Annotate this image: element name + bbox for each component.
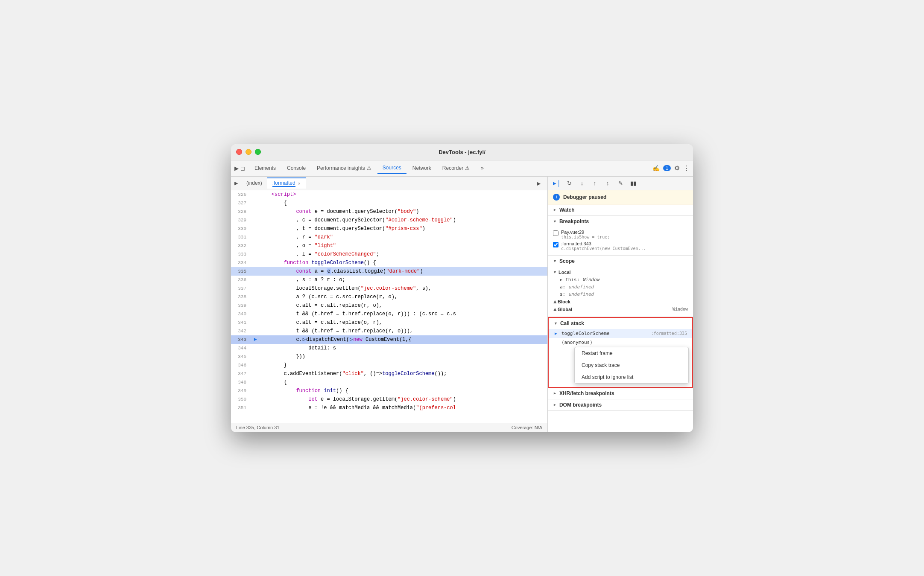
tab-performance-insights[interactable]: Performance insights ⚠: [312, 163, 377, 174]
tab-sources[interactable]: Sources: [377, 162, 406, 174]
code-editor[interactable]: 326 <script> 327 { 328 const e = docume: [231, 190, 547, 423]
close-button[interactable]: [236, 149, 242, 155]
right-panel: ►│ ↻ ↓ ↑ ↕ ✎ ▮▮ i Debugger paused ▼ Watc…: [548, 177, 693, 432]
deactivate-breakpoints-button[interactable]: ✎: [615, 178, 626, 188]
context-menu-restart-frame[interactable]: Restart frame: [575, 347, 688, 359]
breakpoints-section: ▼ Breakpoints Pay.vue:29 this.isShow = t…: [548, 216, 693, 256]
tab-elements[interactable]: Elements: [249, 163, 281, 174]
call-stack-item-2[interactable]: ► (anonymous): [549, 338, 692, 347]
file-tab-index[interactable]: (index): [241, 178, 267, 188]
scope-section: ▼ Scope ▼ Local ► this: Window a: undefi…: [548, 256, 693, 317]
call-stack-section: ▼ Call stack ► toggleColorScheme :format…: [548, 317, 693, 388]
call-stack-arrow-icon: ►: [554, 331, 558, 336]
breakpoint-item-2: :formatted:343 c.dispatchEvent(new Custo…: [553, 240, 688, 252]
dom-breakpoints-header[interactable]: ▼ DOM breakpoints: [548, 399, 693, 410]
code-line-351: 351 e = !e && matchMedia && matchMedia("…: [231, 404, 547, 412]
settings-icon[interactable]: ⚙: [674, 164, 680, 172]
more-menu-icon[interactable]: ⋮: [683, 164, 690, 172]
step-into-button[interactable]: ↓: [577, 178, 587, 188]
code-line-333: 333 , l = "colorSchemeChanged";: [231, 250, 547, 259]
code-line-348: 348 {: [231, 378, 547, 387]
title-bar: DevTools - jec.fyi/: [231, 144, 693, 160]
scope-header[interactable]: ▼ Scope: [548, 256, 693, 267]
tab-console[interactable]: Console: [282, 163, 311, 174]
code-line-335: 335 const a = e.classList.toggle("dark-m…: [231, 267, 547, 276]
jump-to-file-icon[interactable]: ▶: [533, 180, 544, 186]
dom-triangle-icon: ▼: [553, 403, 557, 407]
code-line-332: 332 , o = "light": [231, 241, 547, 250]
breakpoints-header[interactable]: ▼ Breakpoints: [548, 216, 693, 227]
scope-item-s: s: undefined: [560, 291, 688, 298]
local-triangle-icon: ▼: [553, 270, 557, 274]
main-area: ▶ (index) :formatted × ▶ 326 <s: [231, 177, 693, 432]
step-over-button[interactable]: ↻: [564, 178, 574, 188]
breakpoint-item-1: Pay.vue:29 this.isShow = true;: [553, 229, 688, 240]
sidebar-toggle-icon[interactable]: ▶: [234, 180, 238, 186]
context-menu-add-script-ignore[interactable]: Add script to ignore list: [575, 371, 688, 383]
file-tabs: ▶ (index) :formatted × ▶: [231, 177, 547, 190]
resume-button[interactable]: ►│: [551, 178, 561, 188]
tab-more[interactable]: »: [476, 163, 489, 174]
local-scope-header[interactable]: ▼ Local: [553, 268, 688, 276]
breakpoint-checkbox-1[interactable]: [553, 230, 558, 236]
tab-network[interactable]: Network: [407, 163, 436, 174]
watch-header[interactable]: ▼ Watch: [548, 204, 693, 215]
scope-item-this: ► this: Window: [560, 276, 688, 283]
watch-triangle-icon: ▼: [553, 208, 557, 212]
cursor-icon[interactable]: ▶: [234, 165, 239, 172]
step-out-button[interactable]: ↑: [590, 178, 600, 188]
close-tab-icon[interactable]: ×: [298, 181, 301, 186]
xhr-breakpoints-section: ▼ XHR/fetch breakpoints: [548, 388, 693, 399]
traffic-lights: [236, 149, 261, 155]
tab-bar: ▶ ◻ Elements Console Performance insight…: [231, 160, 693, 177]
tab-bar-right: ✍ 1 ⚙ ⋮: [652, 164, 690, 172]
code-panel: ▶ (index) :formatted × ▶ 326 <s: [231, 177, 548, 432]
debugger-paused-banner: i Debugger paused: [548, 190, 693, 204]
code-line-341: 341 c.alt = c.alt.replace(o, r),: [231, 318, 547, 327]
devtools-window: DevTools - jec.fyi/ ▶ ◻ Elements Console…: [231, 144, 693, 432]
notification-badge: 1: [663, 165, 671, 171]
scope-triangle-icon: ▼: [553, 259, 557, 263]
cursor-position: Line 335, Column 31: [236, 425, 280, 430]
minimize-button[interactable]: [246, 149, 251, 155]
global-scope-header[interactable]: ▶ Global Window: [553, 305, 688, 313]
call-stack-header[interactable]: ▼ Call stack: [549, 318, 692, 329]
chat-icon[interactable]: ✍: [652, 165, 660, 172]
breakpoint-checkbox-2[interactable]: [553, 242, 558, 247]
device-icon[interactable]: ◻: [240, 165, 245, 172]
code-line-326: 326 <script>: [231, 190, 547, 199]
block-scope-header[interactable]: ▶ Block: [553, 298, 688, 305]
file-tab-formatted[interactable]: :formatted ×: [267, 177, 306, 189]
code-line-347: 347 c.addEventListener("click", ()=>togg…: [231, 369, 547, 378]
maximize-button[interactable]: [255, 149, 261, 155]
call-stack-item-1[interactable]: ► toggleColorScheme :formatted:335: [549, 329, 692, 338]
window-title: DevTools - jec.fyi/: [439, 149, 485, 155]
code-line-327: 327 {: [231, 199, 547, 207]
pause-on-exceptions-button[interactable]: ▮▮: [628, 178, 638, 188]
breakpoints-triangle-icon: ▼: [553, 219, 557, 224]
code-line-329: 329 , c = document.querySelector("#color…: [231, 216, 547, 224]
status-bar: Line 335, Column 31 Coverage: N/A: [231, 423, 547, 432]
dom-breakpoints-section: ▼ DOM breakpoints: [548, 399, 693, 411]
scope-content: ▼ Local ► this: Window a: undefined s: u…: [548, 267, 693, 317]
xhr-triangle-icon: ▼: [553, 391, 557, 395]
code-line-337: 337 localStorage.setItem("jec.color-sche…: [231, 284, 547, 293]
global-triangle-icon: ▶: [553, 308, 557, 311]
context-menu: Restart frame Copy stack trace Add scrip…: [574, 347, 689, 384]
local-scope-items: ► this: Window a: undefined s: undefined: [553, 276, 688, 298]
watch-section: ▼ Watch: [548, 204, 693, 216]
context-menu-copy-stack-trace[interactable]: Copy stack trace: [575, 359, 688, 371]
global-scope-value: Window: [673, 307, 688, 311]
info-icon: i: [553, 194, 560, 201]
debugger-paused-text: Debugger paused: [563, 194, 606, 200]
xhr-breakpoints-header[interactable]: ▼ XHR/fetch breakpoints: [548, 388, 693, 399]
debugger-toolbar: ►│ ↻ ↓ ↑ ↕ ✎ ▮▮: [548, 177, 693, 190]
code-line-339: 339 c.alt = c.alt.replace(r, o),: [231, 301, 547, 310]
code-line-328: 328 const e = document.querySelector("bo…: [231, 207, 547, 216]
tab-recorder[interactable]: Recorder ⚠: [437, 163, 475, 174]
pause-arrow-icon: ►: [254, 335, 257, 344]
step-button[interactable]: ↕: [602, 178, 613, 188]
code-line-342: 342 t && (t.href = t.href.replace(r, o))…: [231, 327, 547, 335]
code-line-336: 336 , s = a ? r : o;: [231, 276, 547, 284]
code-line-330: 330 , t = document.querySelector("#prism…: [231, 224, 547, 233]
